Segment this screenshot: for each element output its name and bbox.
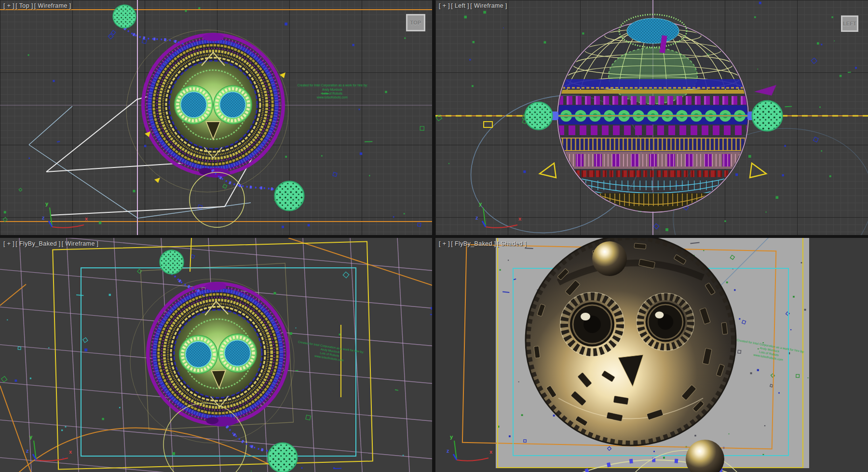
- viewport-menu-general[interactable]: [ + ]: [3, 2, 14, 9]
- axis-label-z: z: [26, 448, 29, 454]
- viewport-menu-general[interactable]: [ + ]: [439, 2, 450, 9]
- viewport-menu-pov[interactable]: [ Left ]: [451, 2, 469, 9]
- viewport-menu-pov[interactable]: [ FlyBy_Baked ]: [15, 240, 61, 247]
- owl-sphere-wireframe: [143, 33, 284, 178]
- axis-label-x: x: [69, 449, 72, 455]
- axis-label-z: z: [447, 448, 449, 454]
- green-ball: [275, 181, 304, 211]
- viewport-label: [ + ][ Top ][ Wireframe ]: [3, 2, 72, 9]
- viewcube-face-label: LEFT: [843, 21, 856, 27]
- viewport-menu-shading[interactable]: [ Wireframe ]: [34, 2, 71, 9]
- axis-label-z: z: [42, 215, 45, 221]
- viewport-label: [ + ][ FlyBy_Baked ][ Shaded ]: [439, 240, 528, 247]
- axis-label-y: y: [479, 201, 482, 207]
- axis-label-y: y: [450, 434, 453, 440]
- viewcube[interactable]: LEFT: [841, 15, 858, 32]
- viewport-grid: [ + ][ Top ][ Wireframe ] TOP Created fo…: [0, 0, 868, 472]
- green-ball: [525, 102, 553, 130]
- axis-label-x: x: [489, 449, 492, 455]
- owl-sphere-shaded: [526, 238, 736, 445]
- axis-label-x: x: [518, 216, 521, 222]
- green-ball: [268, 443, 298, 472]
- viewport-menu-general[interactable]: [ + ]: [439, 240, 450, 247]
- viewport-menu-shading[interactable]: [ Wireframe ]: [470, 2, 507, 9]
- scene-top-view: [0, 0, 432, 235]
- scene-credit-text: Created for Intel Corporation as a work …: [298, 84, 367, 100]
- viewport-top-wireframe[interactable]: [ + ][ Top ][ Wireframe ] TOP Created fo…: [0, 0, 432, 235]
- viewport-flyby-shaded[interactable]: [ + ][ FlyBy_Baked ][ Shaded ] Created f…: [435, 238, 868, 472]
- axis-label-x: x: [85, 216, 88, 222]
- axis-tripod-lines: [476, 204, 530, 232]
- viewcube[interactable]: TOP: [406, 14, 425, 31]
- world-axis-tripod: y z x: [476, 204, 530, 232]
- path-circle: [190, 172, 244, 227]
- scene-left-view: [435, 0, 868, 235]
- axis-label-y: y: [29, 434, 32, 440]
- wireframe-sphere-side: [540, 14, 776, 222]
- axis-tripod-lines: [447, 437, 501, 465]
- axis-tripod-lines: [27, 437, 81, 465]
- viewport-label: [ + ][ Left ][ Wireframe ]: [439, 2, 508, 9]
- green-ball: [113, 5, 136, 28]
- world-axis-tripod: y z x: [42, 204, 96, 232]
- viewport-menu-pov[interactable]: [ FlyBy_Baked ]: [451, 240, 496, 247]
- viewport-left-wireframe[interactable]: [ + ][ Left ][ Wireframe ] LEFT y z x: [435, 0, 868, 235]
- axis-label-y: y: [45, 201, 48, 207]
- viewport-menu-shading[interactable]: [ Shaded ]: [497, 240, 527, 247]
- axis-label-z: z: [475, 215, 478, 221]
- green-ball: [160, 250, 183, 274]
- viewport-menu-shading[interactable]: [ Wireframe ]: [62, 240, 99, 247]
- viewport-label: [ + ][ FlyBy_Baked ][ Wireframe ]: [3, 240, 99, 247]
- world-axis-tripod: y z x: [447, 437, 501, 465]
- viewport-flyby-wireframe[interactable]: [ + ][ FlyBy_Baked ][ Wireframe ] Create…: [0, 238, 432, 472]
- shiny-ball: [592, 241, 627, 276]
- green-ball: [752, 101, 783, 131]
- axis-tripod-lines: [42, 204, 96, 232]
- viewport-menu-pov[interactable]: [ Top ]: [15, 2, 33, 9]
- viewport-menu-general[interactable]: [ + ]: [3, 240, 14, 247]
- viewcube-face-label: TOP: [410, 20, 421, 26]
- world-axis-tripod: y z x: [27, 437, 81, 465]
